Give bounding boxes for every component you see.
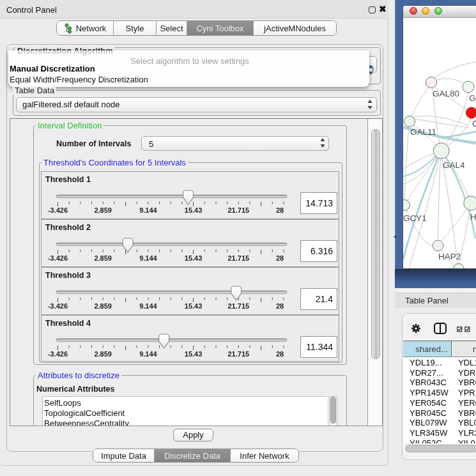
svg-text:14.713: 14.713 <box>305 198 333 208</box>
svg-text:9.144: 9.144 <box>139 350 157 358</box>
svg-text:-3.426: -3.426 <box>48 254 68 262</box>
svg-text:28: 28 <box>276 206 284 214</box>
svg-text:9.144: 9.144 <box>139 302 157 310</box>
svg-text:GCY1: GCY1 <box>403 213 427 223</box>
svg-text:28: 28 <box>276 302 284 310</box>
svg-text:GAL80: GAL80 <box>433 89 459 98</box>
svg-text:GAL4: GAL4 <box>443 160 465 170</box>
svg-text:21.715: 21.715 <box>227 350 249 358</box>
svg-text:21.715: 21.715 <box>227 206 249 214</box>
svg-text:2.859: 2.859 <box>94 254 112 262</box>
svg-text:11.344: 11.344 <box>306 342 333 352</box>
svg-text:H: H <box>470 212 476 222</box>
svg-text:28: 28 <box>276 254 284 262</box>
svg-text:6.316: 6.316 <box>311 246 333 256</box>
svg-text:15.43: 15.43 <box>185 206 203 214</box>
svg-text:Threshold 1: Threshold 1 <box>45 175 91 184</box>
svg-text:2.859: 2.859 <box>94 350 112 358</box>
svg-text:2.859: 2.859 <box>94 302 112 310</box>
svg-text:Threshold 3: Threshold 3 <box>45 271 91 280</box>
svg-text:15.43: 15.43 <box>185 254 203 262</box>
svg-text:GAL11: GAL11 <box>410 127 436 137</box>
svg-text:Threshold 2: Threshold 2 <box>45 223 91 232</box>
svg-text:-3.426: -3.426 <box>48 302 68 310</box>
svg-text:-3.426: -3.426 <box>48 206 68 214</box>
svg-text:21.715: 21.715 <box>227 254 249 262</box>
svg-text:-3.426: -3.426 <box>48 350 68 358</box>
svg-text:GA: GA <box>469 93 476 103</box>
svg-text:21.4: 21.4 <box>316 294 333 304</box>
svg-text:15.43: 15.43 <box>185 302 203 310</box>
svg-text:C: C <box>472 119 476 128</box>
svg-text:21.715: 21.715 <box>227 302 249 310</box>
svg-text:Threshold 4: Threshold 4 <box>45 319 91 328</box>
svg-text:HAP2: HAP2 <box>438 252 461 261</box>
svg-text:9.144: 9.144 <box>139 254 157 262</box>
svg-text:28: 28 <box>276 350 284 358</box>
svg-text:9.144: 9.144 <box>139 206 157 214</box>
svg-text:15.43: 15.43 <box>185 350 203 358</box>
svg-text:2.859: 2.859 <box>94 206 112 214</box>
